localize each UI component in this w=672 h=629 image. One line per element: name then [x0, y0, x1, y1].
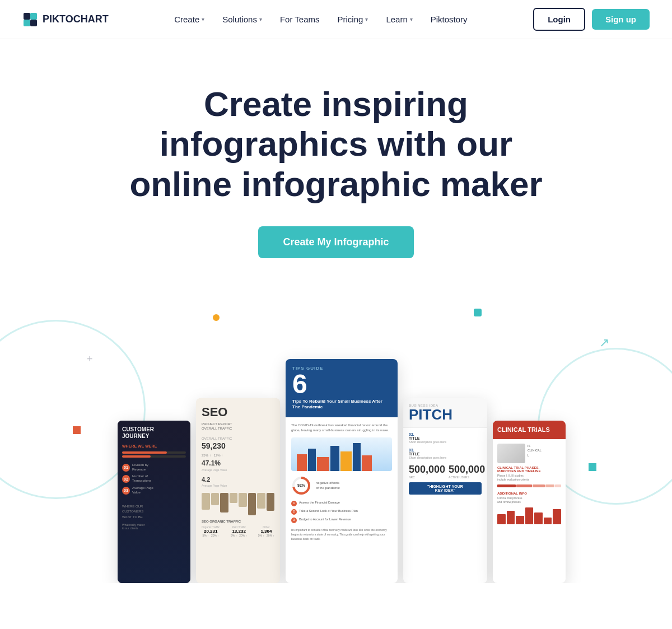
- card5-img-row: ISCLINICALL: [497, 444, 561, 463]
- card1-step3: 03 Average PageValue: [122, 486, 186, 495]
- nav-item-create[interactable]: Create ▾: [167, 10, 211, 29]
- donut-chart: 92%: [291, 476, 311, 496]
- nav-actions: Login Sign up: [533, 8, 650, 31]
- card2-seo-stats: Organic Traffic 20,231 5% ↑ 20% ↑ Paid T…: [202, 525, 274, 537]
- card3-steps: 1 Assess the Financial Damage 2 Take a S…: [291, 500, 392, 523]
- card4-body: 02. TITLE Short description goes here 03…: [403, 428, 487, 499]
- card5-section1: CLINICAL TRIAL PHASES,PURPOSES AND TIMEL…: [497, 466, 561, 482]
- chevron-icon: ▾: [410, 16, 413, 22]
- card2-avg-label: Average Page Value: [202, 484, 274, 487]
- svg-rect-0: [24, 13, 30, 20]
- deco-arrow-icon: ↗: [599, 336, 609, 350]
- card-clinical-trials: CLINICAL TRIALS ISCLINICALL CLINICAL TRI…: [493, 421, 566, 583]
- nav-item-pricing[interactable]: Pricing ▾: [331, 10, 375, 29]
- card5-bar-chart: [497, 507, 561, 524]
- card2-stat-label: Average Page Value: [202, 468, 274, 472]
- svg-rect-2: [24, 20, 30, 26]
- card3-body-text: The COVID-19 outbreak has wreaked financ…: [291, 423, 392, 433]
- card5-title: CLINICAL TRIALS: [497, 426, 561, 434]
- card3-header: TIPS GUIDE 6 Tips To Rebuild Your Small …: [286, 359, 398, 417]
- cards-row: CUSTOMERjourney WHERE WE WERE 01 Divisio…: [118, 359, 554, 583]
- card-tips-pandemic: TIPS GUIDE 6 Tips To Rebuild Your Small …: [286, 359, 398, 583]
- brand-logo[interactable]: PIKTOCHART: [22, 12, 109, 27]
- card2-big-stat: 47.1%: [202, 459, 274, 467]
- svg-rect-3: [30, 20, 37, 26]
- nav-item-piktostory[interactable]: Piktostory: [424, 10, 474, 29]
- card4-header: BUSINESS IDEA PITCH: [403, 398, 487, 428]
- card3-body: The COVID-19 outbreak has wreaked financ…: [286, 417, 398, 547]
- card5-body: ISCLINICALL CLINICAL TRIAL PHASES,PURPOS…: [493, 439, 566, 529]
- deco-triangle-red: [73, 426, 81, 434]
- card5-image: [497, 444, 525, 463]
- card3-head-text: Tips To Rebuild Your Small Business Afte…: [292, 399, 391, 411]
- card1-footer2: What really matterto our clients: [122, 523, 186, 530]
- nav-item-learn[interactable]: Learn ▾: [379, 10, 419, 29]
- svg-text:92%: 92%: [297, 483, 306, 487]
- card2-seo-label: SEO ORGANIC TRAFFIC: [202, 520, 274, 523]
- card4-stats-row: 500,000 NRC 500,000 ACTIVE USERS: [409, 464, 482, 479]
- showcase-section: + ↗ CUSTOMERjourney WHERE WE WERE 01 Div…: [0, 303, 672, 583]
- chevron-icon: ▾: [202, 16, 204, 22]
- card2-traffic-num: 59,230: [202, 441, 274, 450]
- card1-footer: WHERE OURCUSTOMERSWANT TO BE: [122, 504, 186, 520]
- hero-cta-button[interactable]: Create My Infographic: [258, 226, 413, 258]
- card1-bar: [122, 451, 186, 454]
- navbar: PIKTOCHART Create ▾ Solutions ▾ For Team…: [0, 0, 672, 39]
- card4-highlight: "HIGHLIGHT YOURKEY IDEA": [409, 482, 482, 495]
- card1-step1: 01 Division byRevenue: [122, 463, 186, 472]
- svg-rect-1: [30, 13, 37, 20]
- card2-bar-chart: [202, 493, 274, 515]
- card-business-pitch: BUSINESS IDEA PITCH 02. TITLE Short desc…: [403, 398, 487, 583]
- card5-section2: ADDITIONAL INFO Clinical trial processan…: [497, 492, 561, 504]
- card3-city-illustration: [291, 437, 392, 471]
- login-button[interactable]: Login: [533, 8, 585, 31]
- card2-label: OVERALL TRAFFIC: [202, 437, 274, 440]
- deco-dot-orange: [213, 314, 220, 321]
- card1-step2: 02 Number ofTransactions: [122, 474, 186, 483]
- card1-bar2: [122, 455, 186, 458]
- card1-title: CUSTOMERjourney: [122, 426, 186, 440]
- logo-icon: [22, 12, 38, 27]
- signup-button[interactable]: Sign up: [592, 9, 650, 30]
- card5-progress: [497, 484, 561, 487]
- deco-square-teal: [589, 463, 596, 471]
- card3-footer-text: It's important to consider what recovery…: [291, 528, 392, 541]
- card-seo: SEO PROJECT REPORTOVERALL TRAFFIC OVERAL…: [196, 398, 280, 583]
- card3-number: 6: [292, 371, 391, 398]
- hero-section: Create inspiring infographics with our o…: [0, 39, 672, 281]
- card4-title: PITCH: [409, 407, 482, 422]
- brand-name: PIKTOCHART: [43, 13, 109, 25]
- card2-sub: PROJECT REPORTOVERALL TRAFFIC: [202, 422, 274, 431]
- card2-avg: 4.2: [202, 476, 274, 483]
- card1-subtitle: WHERE WE WERE: [122, 444, 186, 448]
- chevron-icon: ▾: [365, 16, 368, 22]
- card4-section2: 03. TITLE Short description goes here: [409, 448, 482, 459]
- card3-donut-row: 92% negative effectsof the pandemic: [291, 476, 392, 496]
- card4-section1: 02. TITLE Short description goes here: [409, 432, 482, 444]
- card2-title: SEO: [202, 405, 274, 420]
- hero-title: Create inspiring infographics with our o…: [118, 84, 554, 204]
- chevron-icon: ▾: [259, 16, 262, 22]
- deco-dot-teal: [474, 309, 482, 316]
- card5-header: CLINICAL TRIALS: [493, 421, 566, 439]
- card2-stats: 25% ↑ 12% ↑: [202, 454, 274, 457]
- deco-cross-icon: +: [87, 353, 93, 365]
- card-customer-journey: CUSTOMERjourney WHERE WE WERE 01 Divisio…: [118, 421, 190, 583]
- nav-item-solutions[interactable]: Solutions ▾: [216, 10, 269, 29]
- nav-links: Create ▾ Solutions ▾ For Teams Pricing ▾…: [167, 10, 474, 29]
- nav-item-for-teams[interactable]: For Teams: [273, 10, 326, 29]
